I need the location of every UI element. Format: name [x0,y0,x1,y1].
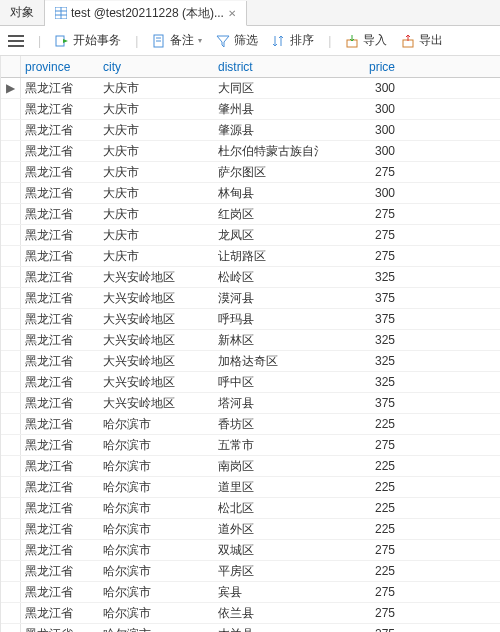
cell-price[interactable]: 225 [319,417,399,431]
cell-province[interactable]: 黑龙江省 [21,584,99,601]
table-row[interactable]: 黑龙江省大兴安岭地区漠河县375 [1,288,500,309]
cell-province[interactable]: 黑龙江省 [21,269,99,286]
menu-button[interactable] [8,35,24,47]
sort-button[interactable]: 排序 [272,32,314,49]
cell-city[interactable]: 哈尔滨市 [99,479,214,496]
cell-city[interactable]: 哈尔滨市 [99,437,214,454]
table-row[interactable]: 黑龙江省哈尔滨市依兰县275 [1,603,500,624]
cell-province[interactable]: 黑龙江省 [21,395,99,412]
cell-price[interactable]: 375 [319,291,399,305]
cell-province[interactable]: 黑龙江省 [21,437,99,454]
tab-objects[interactable]: 对象 [0,0,45,25]
cell-province[interactable]: 黑龙江省 [21,206,99,223]
cell-district[interactable]: 宾县 [214,584,319,601]
cell-price[interactable]: 225 [319,480,399,494]
table-row[interactable]: 黑龙江省哈尔滨市双城区275 [1,540,500,561]
cell-city[interactable]: 大兴安岭地区 [99,395,214,412]
cell-district[interactable]: 龙凤区 [214,227,319,244]
column-header-district[interactable]: district [214,60,319,74]
cell-price[interactable]: 300 [319,144,399,158]
cell-province[interactable]: 黑龙江省 [21,626,99,633]
cell-city[interactable]: 哈尔滨市 [99,626,214,633]
cell-province[interactable]: 黑龙江省 [21,500,99,517]
cell-city[interactable]: 哈尔滨市 [99,458,214,475]
cell-district[interactable]: 红岗区 [214,206,319,223]
cell-city[interactable]: 大庆市 [99,248,214,265]
cell-city[interactable]: 大庆市 [99,227,214,244]
cell-district[interactable]: 塔河县 [214,395,319,412]
cell-province[interactable]: 黑龙江省 [21,479,99,496]
table-row[interactable]: 黑龙江省大庆市萨尔图区275 [1,162,500,183]
table-row[interactable]: 黑龙江省哈尔滨市道外区225 [1,519,500,540]
cell-province[interactable]: 黑龙江省 [21,164,99,181]
cell-price[interactable]: 375 [319,396,399,410]
cell-price[interactable]: 275 [319,249,399,263]
cell-city[interactable]: 大庆市 [99,164,214,181]
cell-price[interactable]: 300 [319,186,399,200]
cell-price[interactable]: 275 [319,207,399,221]
cell-price[interactable]: 225 [319,564,399,578]
cell-province[interactable]: 黑龙江省 [21,227,99,244]
cell-province[interactable]: 黑龙江省 [21,542,99,559]
cell-price[interactable]: 275 [319,585,399,599]
cell-city[interactable]: 大庆市 [99,122,214,139]
table-row[interactable]: 黑龙江省哈尔滨市松北区225 [1,498,500,519]
cell-city[interactable]: 大庆市 [99,206,214,223]
cell-district[interactable]: 道里区 [214,479,319,496]
filter-button[interactable]: 筛选 [216,32,258,49]
table-row[interactable]: 黑龙江省大兴安岭地区松岭区325 [1,267,500,288]
cell-district[interactable]: 双城区 [214,542,319,559]
cell-city[interactable]: 大兴安岭地区 [99,311,214,328]
cell-city[interactable]: 哈尔滨市 [99,500,214,517]
cell-province[interactable]: 黑龙江省 [21,80,99,97]
table-row[interactable]: 黑龙江省哈尔滨市宾县275 [1,582,500,603]
table-row[interactable]: 黑龙江省哈尔滨市五常市275 [1,435,500,456]
table-row[interactable]: 黑龙江省大庆市林甸县300 [1,183,500,204]
cell-district[interactable]: 漠河县 [214,290,319,307]
import-button[interactable]: 导入 [345,32,387,49]
tab-test[interactable]: test @test20211228 (本地)... ✕ [45,1,247,26]
cell-province[interactable]: 黑龙江省 [21,185,99,202]
cell-city[interactable]: 大兴安岭地区 [99,353,214,370]
cell-district[interactable]: 大同区 [214,80,319,97]
table-row[interactable]: 黑龙江省哈尔滨市道里区225 [1,477,500,498]
cell-district[interactable]: 新林区 [214,332,319,349]
cell-price[interactable]: 325 [319,375,399,389]
cell-city[interactable]: 哈尔滨市 [99,542,214,559]
table-row[interactable]: 黑龙江省大兴安岭地区呼中区325 [1,372,500,393]
cell-city[interactable]: 哈尔滨市 [99,416,214,433]
table-row[interactable]: 黑龙江省哈尔滨市香坊区225 [1,414,500,435]
cell-province[interactable]: 黑龙江省 [21,605,99,622]
table-row[interactable]: 黑龙江省大兴安岭地区呼玛县375 [1,309,500,330]
cell-city[interactable]: 大兴安岭地区 [99,332,214,349]
table-row[interactable]: 黑龙江省大庆市红岗区275 [1,204,500,225]
column-header-city[interactable]: city [99,60,214,74]
cell-district[interactable]: 五常市 [214,437,319,454]
cell-city[interactable]: 大庆市 [99,143,214,160]
cell-province[interactable]: 黑龙江省 [21,332,99,349]
table-row[interactable]: 黑龙江省大庆市杜尔伯特蒙古族自治县300 [1,141,500,162]
cell-district[interactable]: 道外区 [214,521,319,538]
cell-price[interactable]: 300 [319,81,399,95]
cell-price[interactable]: 275 [319,627,399,632]
cell-city[interactable]: 大庆市 [99,185,214,202]
cell-city[interactable]: 大庆市 [99,101,214,118]
cell-province[interactable]: 黑龙江省 [21,122,99,139]
cell-district[interactable]: 松岭区 [214,269,319,286]
cell-province[interactable]: 黑龙江省 [21,458,99,475]
cell-district[interactable]: 松北区 [214,500,319,517]
cell-city[interactable]: 大兴安岭地区 [99,269,214,286]
memo-button[interactable]: 备注 ▾ [152,32,202,49]
cell-province[interactable]: 黑龙江省 [21,101,99,118]
cell-district[interactable]: 肇州县 [214,101,319,118]
cell-city[interactable]: 大庆市 [99,80,214,97]
cell-district[interactable]: 香坊区 [214,416,319,433]
table-row[interactable]: 黑龙江省大兴安岭地区加格达奇区325 [1,351,500,372]
cell-price[interactable]: 275 [319,165,399,179]
close-icon[interactable]: ✕ [228,8,236,19]
column-header-province[interactable]: province [21,60,99,74]
cell-district[interactable]: 呼中区 [214,374,319,391]
cell-district[interactable]: 加格达奇区 [214,353,319,370]
table-row[interactable]: 黑龙江省大庆市肇源县300 [1,120,500,141]
cell-price[interactable]: 275 [319,606,399,620]
